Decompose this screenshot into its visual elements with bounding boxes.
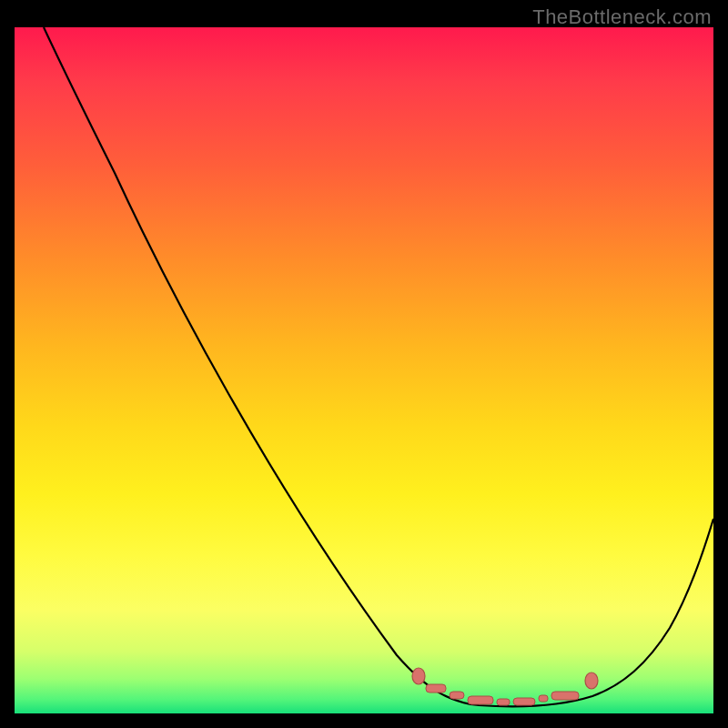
plot-area — [15, 27, 713, 713]
marker-dot-right — [585, 672, 598, 689]
marker-dash-7 — [551, 692, 579, 700]
marker-dash-5 — [513, 698, 535, 705]
bottleneck-curve — [44, 27, 713, 706]
marker-dot-left — [412, 668, 425, 684]
chart-container: TheBottleneck.com — [0, 0, 728, 728]
marker-dash-1 — [426, 684, 446, 693]
marker-dash-2 — [450, 692, 464, 699]
marker-dash-3 — [468, 696, 493, 704]
curve-svg — [15, 27, 713, 713]
watermark-text: TheBottleneck.com — [532, 5, 712, 29]
marker-dash-6 — [539, 695, 548, 702]
marker-dash-4 — [497, 699, 510, 705]
